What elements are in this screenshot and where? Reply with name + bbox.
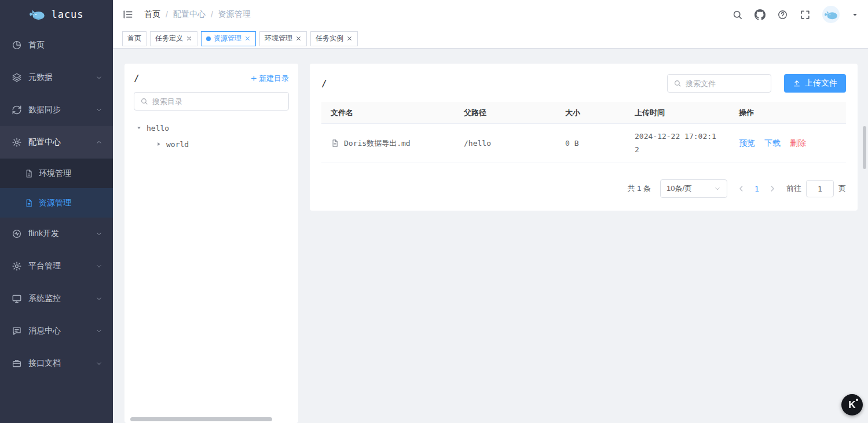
- search-icon[interactable]: [732, 9, 743, 20]
- page-size-value: 10条/页: [666, 183, 692, 194]
- sidebar-item-flink-dev[interactable]: flink开发: [0, 218, 113, 250]
- tab-env-management[interactable]: 环境管理: [259, 31, 307, 46]
- actions-cell: 预览 下载 删除: [730, 138, 846, 149]
- help-icon[interactable]: [777, 9, 788, 20]
- app-logo: lacus: [0, 0, 113, 29]
- directory-search: [134, 92, 289, 111]
- horizontal-scrollbar[interactable]: [130, 417, 272, 421]
- column-header-size: 大小: [556, 108, 625, 118]
- prev-page-icon[interactable]: [737, 184, 746, 193]
- tab-task-instance[interactable]: 任务实例: [310, 31, 358, 46]
- table-row: Doris数据导出.md /hello 0 B 2024-12-22 17:02…: [321, 124, 846, 163]
- tab-label: 资源管理: [214, 34, 241, 43]
- next-page-icon[interactable]: [768, 184, 777, 193]
- sidebar-item-platform-management[interactable]: 平台管理: [0, 250, 113, 282]
- active-tab-dot: [206, 36, 211, 41]
- sidebar-item-data-sync[interactable]: 数据同步: [0, 94, 113, 126]
- tree-expanded-caret-icon[interactable]: [136, 125, 142, 131]
- file-search: [667, 74, 771, 93]
- preview-link[interactable]: 预览: [739, 138, 755, 149]
- breadcrumb-separator: /: [166, 10, 168, 19]
- sidebar-item-api-docs[interactable]: 接口文档: [0, 347, 113, 380]
- tab-label: 任务定义: [155, 34, 183, 43]
- tab-home[interactable]: 首页: [122, 31, 147, 46]
- collapse-sidebar-icon[interactable]: [122, 9, 134, 20]
- tree-collapsed-caret-icon[interactable]: [156, 141, 162, 147]
- sidebar-item-label: 配置中心: [28, 137, 61, 148]
- upload-file-label: 上传文件: [805, 78, 837, 89]
- breadcrumb-resource-management: 资源管理: [218, 9, 251, 20]
- directory-tree: hello world: [134, 120, 289, 152]
- directory-search-input[interactable]: [152, 97, 283, 106]
- upload-file-button[interactable]: 上传文件: [784, 74, 846, 93]
- page-size-select[interactable]: 10条/页: [660, 179, 727, 198]
- file-path: /: [321, 78, 327, 89]
- tree-node-hello[interactable]: hello: [134, 120, 289, 136]
- plus-icon: [250, 75, 258, 82]
- whale-logo-icon: [29, 9, 45, 20]
- layers-icon: [12, 72, 22, 83]
- config-center-submenu: 环境管理 资源管理: [0, 159, 113, 218]
- message-icon: [12, 326, 22, 336]
- directory-path: /: [134, 73, 140, 84]
- k-badge-dot-icon: [856, 399, 858, 401]
- close-icon[interactable]: [244, 35, 251, 42]
- upload-time-cell: 2024-12-22 17:02:12: [625, 130, 730, 156]
- chevron-up-icon: [96, 139, 102, 146]
- tab-task-definition[interactable]: 任务定义: [150, 31, 197, 46]
- document-icon: [24, 198, 34, 208]
- sidebar-item-label: flink开发: [28, 229, 59, 239]
- k-floating-badge[interactable]: K: [841, 394, 863, 415]
- breadcrumb-home[interactable]: 首页: [144, 9, 160, 20]
- new-directory-button[interactable]: 新建目录: [250, 73, 289, 84]
- breadcrumb-separator: /: [211, 10, 213, 19]
- chevron-down-icon: [96, 360, 102, 367]
- download-link[interactable]: 下载: [764, 138, 781, 149]
- current-page[interactable]: 1: [752, 185, 762, 193]
- page-unit-label: 页: [838, 183, 846, 194]
- close-icon[interactable]: [346, 35, 353, 42]
- delete-link[interactable]: 删除: [790, 138, 806, 149]
- sidebar-item-env-management[interactable]: 环境管理: [0, 159, 113, 188]
- search-icon: [140, 97, 148, 105]
- gear-icon: [12, 137, 22, 148]
- column-header-upload-time: 上传时间: [625, 108, 730, 118]
- file-panel: / 上传文件 文件名 父路径 大小 上传时间 操作: [310, 64, 858, 211]
- monitor-icon: [12, 293, 22, 304]
- file-search-input[interactable]: [686, 79, 765, 88]
- user-avatar[interactable]: [822, 6, 840, 23]
- table-header-row: 文件名 父路径 大小 上传时间 操作: [321, 102, 846, 124]
- tree-node-world[interactable]: world: [134, 136, 289, 152]
- tab-resource-management[interactable]: 资源管理: [201, 31, 256, 46]
- pulse-circle-icon: [12, 229, 22, 239]
- github-icon[interactable]: [755, 9, 766, 20]
- directory-panel: / 新建目录 hello world: [124, 64, 298, 423]
- sidebar-item-home[interactable]: 首页: [0, 29, 113, 61]
- fullscreen-icon[interactable]: [800, 9, 811, 20]
- column-header-actions: 操作: [730, 108, 846, 118]
- app-name: lacus: [51, 9, 83, 20]
- sidebar-item-resource-management[interactable]: 资源管理: [0, 188, 113, 218]
- sidebar-item-metadata[interactable]: 元数据: [0, 61, 113, 94]
- sidebar: lacus 首页 元数据 数据同步 配置中心 环境管理: [0, 0, 113, 423]
- vertical-scrollbar[interactable]: [863, 126, 866, 169]
- parent-path-cell: /hello: [455, 139, 556, 148]
- sidebar-item-message-center[interactable]: 消息中心: [0, 315, 113, 347]
- gear-icon: [12, 261, 22, 271]
- breadcrumb-config-center: 配置中心: [173, 9, 206, 20]
- briefcase-icon: [12, 358, 22, 369]
- chevron-down-icon: [96, 230, 102, 237]
- close-icon[interactable]: [186, 35, 192, 42]
- sidebar-item-label: 数据同步: [28, 105, 61, 115]
- goto-page-input[interactable]: [806, 180, 834, 197]
- close-icon[interactable]: [295, 35, 302, 42]
- sidebar-item-config-center[interactable]: 配置中心: [0, 126, 113, 159]
- sidebar-item-label: 环境管理: [39, 168, 71, 179]
- caret-down-icon[interactable]: [851, 11, 859, 19]
- chevron-down-icon: [96, 74, 102, 81]
- file-name-cell: Doris数据导出.md: [321, 138, 455, 149]
- sidebar-item-label: 首页: [28, 40, 45, 50]
- upload-icon: [793, 79, 801, 87]
- sidebar-item-system-monitor[interactable]: 系统监控: [0, 282, 113, 315]
- dashboard-icon: [12, 40, 22, 50]
